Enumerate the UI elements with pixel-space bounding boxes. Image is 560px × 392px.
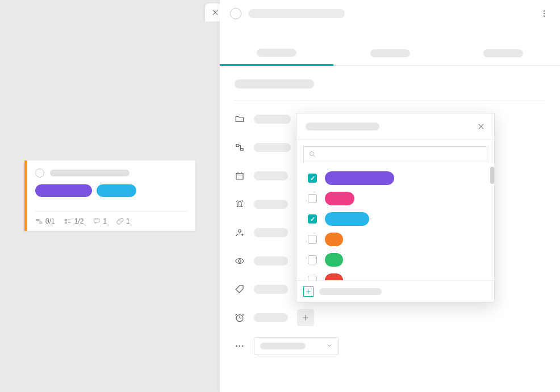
tab-label [257, 49, 296, 57]
attachments-value: 1 [126, 217, 130, 225]
tag-checkbox[interactable] [308, 276, 317, 280]
tag-color-pill [325, 233, 343, 246]
svg-point-2 [544, 16, 545, 17]
tag-color-pill [325, 171, 394, 185]
tag-option-list[interactable] [296, 167, 494, 280]
close-icon [211, 9, 219, 16]
plus-icon [305, 288, 312, 295]
tag-option[interactable] [308, 188, 487, 209]
attachment-icon [116, 217, 124, 225]
comments-value: 1 [103, 217, 107, 225]
checklist-counter[interactable]: 1/2 [64, 217, 84, 225]
svg-point-4 [239, 345, 240, 347]
calendar-icon [235, 171, 245, 181]
close-panel-button[interactable] [210, 7, 221, 18]
assignee-icon [235, 227, 245, 238]
tag-checkbox[interactable] [308, 214, 317, 224]
property-value[interactable] [254, 115, 291, 124]
tag-color-pill [325, 273, 343, 280]
property-value[interactable] [254, 143, 291, 152]
property-value[interactable] [254, 228, 288, 237]
tag-option[interactable] [308, 250, 487, 270]
scrollbar-thumb[interactable] [490, 167, 494, 184]
search-icon [308, 150, 316, 158]
tag-checkbox[interactable] [308, 235, 317, 244]
plus-icon [302, 314, 310, 322]
tab-label [370, 49, 410, 57]
property-add-button[interactable] [297, 309, 314, 326]
property-select[interactable] [254, 337, 339, 355]
more-actions-button[interactable] [538, 8, 550, 19]
divider [235, 100, 545, 100]
property-row [235, 304, 545, 332]
tag-option[interactable] [308, 168, 487, 188]
popover-header [296, 113, 494, 140]
tag-picker-popover [296, 113, 495, 302]
reminder-icon [235, 199, 245, 209]
checklist-value: 1/2 [74, 217, 84, 225]
card-tag[interactable] [97, 184, 136, 197]
close-icon [477, 123, 485, 130]
kebab-icon [540, 9, 549, 18]
popover-title [306, 123, 379, 130]
svg-point-1 [544, 13, 545, 14]
tag-option[interactable] [308, 229, 487, 250]
tab-label [483, 49, 523, 57]
property-value[interactable] [254, 285, 288, 294]
tag-option[interactable] [308, 270, 487, 280]
popover-footer [296, 280, 494, 302]
chevron-down-icon [326, 342, 333, 351]
property-row [235, 332, 545, 360]
card-tag[interactable] [35, 184, 92, 197]
more-icon [235, 341, 245, 351]
popover-close-button[interactable] [475, 120, 487, 133]
card-title-row [35, 168, 187, 178]
tag-color-pill [325, 253, 343, 267]
property-value[interactable] [254, 256, 288, 265]
alarm-icon [235, 313, 245, 323]
status-circle-icon[interactable] [230, 8, 241, 19]
card-meta: 0/1 1/2 1 1 [35, 211, 187, 225]
status-circle-icon[interactable] [35, 168, 44, 178]
card-title [50, 170, 129, 176]
svg-point-6 [310, 151, 314, 155]
comments-counter[interactable]: 1 [93, 217, 107, 225]
tag-checkbox[interactable] [308, 174, 317, 183]
comment-icon [93, 217, 101, 225]
tag-checkbox[interactable] [308, 255, 317, 264]
svg-point-0 [544, 10, 545, 11]
tags-icon [235, 284, 245, 294]
add-tag-button[interactable] [303, 286, 314, 297]
property-value[interactable] [254, 171, 288, 180]
checklist-icon [64, 217, 72, 225]
select-value [260, 343, 306, 349]
tag-option[interactable] [308, 209, 487, 229]
add-tag-label [319, 288, 382, 295]
watchers-icon [235, 256, 245, 266]
panel-header [220, 0, 560, 20]
card-body: 0/1 1/2 1 1 [27, 161, 195, 231]
attachments-counter[interactable]: 1 [116, 217, 130, 225]
task-card[interactable]: 0/1 1/2 1 1 [24, 161, 195, 231]
panel-tab[interactable] [446, 41, 560, 66]
panel-tabs [220, 41, 560, 66]
tag-search-input[interactable] [320, 150, 482, 158]
tag-color-pill [325, 212, 369, 226]
panel-tab[interactable] [220, 41, 333, 66]
card-tags [35, 184, 187, 197]
subtasks-value: 0/1 [45, 217, 55, 225]
folder-icon [235, 114, 245, 124]
panel-tab[interactable] [333, 41, 447, 66]
property-value[interactable] [254, 313, 288, 322]
tag-checkbox[interactable] [308, 194, 317, 203]
svg-point-3 [236, 345, 237, 347]
property-value[interactable] [254, 200, 288, 209]
panel-title [248, 9, 345, 18]
svg-point-5 [242, 345, 243, 347]
subtasks-icon [35, 217, 43, 225]
relation-icon [235, 142, 245, 153]
subtasks-counter[interactable]: 0/1 [35, 217, 55, 225]
tag-color-pill [325, 192, 354, 205]
tag-search[interactable] [303, 146, 487, 162]
section-title [235, 79, 314, 88]
